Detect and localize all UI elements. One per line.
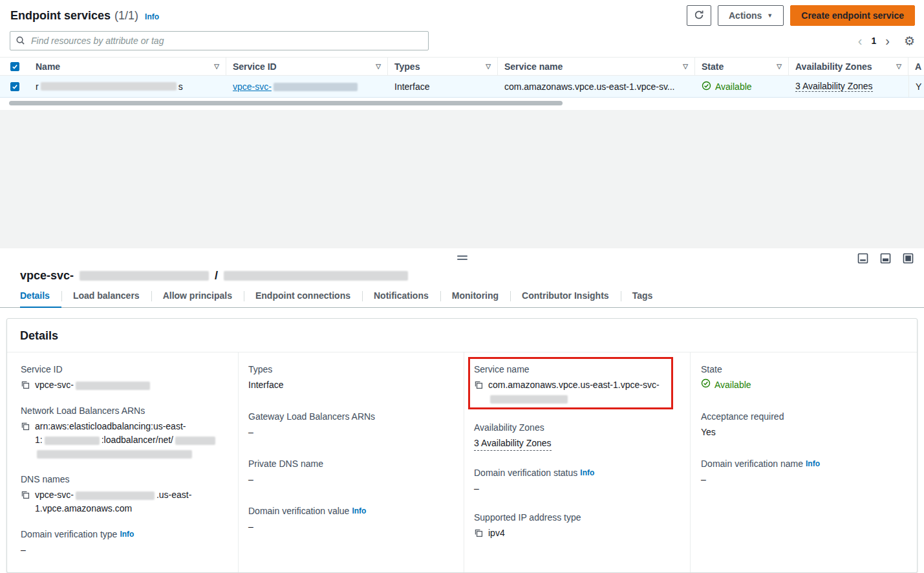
tab-details[interactable]: Details [20,286,61,308]
page-title: Endpoint services (1/1) Info [10,9,159,23]
endpoint-services-screen: Endpoint services (1/1) Info Actions ▼ C… [0,0,924,573]
field-domain-verification-name: Domain verification name Info – [701,459,907,486]
search-box [10,31,429,50]
table-header-row: Name▽ Service ID▽ Types▽ Service name▽ S… [0,57,924,76]
redacted-text [76,382,150,390]
resource-count: (1/1) [114,9,138,23]
dns-names-value: vpce-svc-.us-east- 1.vpce.amazonaws.com [35,488,191,515]
current-page-number[interactable]: 1 [871,36,876,46]
acceptance-required-value: Yes [701,426,907,439]
tab-load-balancers[interactable]: Load balancers [61,286,151,307]
column-header-acceptance[interactable]: A [908,58,924,75]
filter-icon[interactable]: ▽ [896,63,901,70]
column-header-state[interactable]: State▽ [695,58,789,75]
field-domain-verification-type: Domain verification type Info – [21,529,228,557]
row-checkbox[interactable] [10,82,19,91]
field-label: Service name [474,364,680,374]
column-header-service-id[interactable]: Service ID▽ [226,58,388,75]
search-icon [16,36,25,47]
field-acceptance-required: Acceptance required Yes [701,411,907,439]
redacted-text [490,395,568,404]
horizontal-scrollbar-thumb[interactable] [9,101,563,105]
tab-contributor-insights[interactable]: Contributor Insights [510,286,621,307]
column-header-availability-zones[interactable]: Availability Zones▽ [789,58,908,75]
empty-area [0,110,924,248]
field-label: Acceptance required [701,411,907,422]
tab-allow-principals[interactable]: Allow principals [151,286,244,307]
column-header-types[interactable]: Types▽ [388,58,498,75]
row-name-cell: rs [29,76,226,97]
copy-icon[interactable] [21,422,30,431]
info-link[interactable]: Info [580,468,594,477]
copy-icon[interactable] [21,490,30,499]
actions-button[interactable]: Actions ▼ [718,5,784,26]
row-service-id-cell: vpce-svc- [226,76,388,97]
tab-tags[interactable]: Tags [621,286,665,307]
redacted-text [80,271,209,281]
field-label: Availability Zones [474,422,680,433]
info-link[interactable]: Info [120,530,134,539]
pagination: ‹ 1 › ⚙ [858,34,915,49]
copy-icon[interactable] [21,380,30,389]
filter-icon[interactable]: ▽ [214,63,219,70]
table-toolbar: ‹ 1 › ⚙ [0,28,924,57]
panel-position-bottom-icon[interactable] [857,253,868,264]
redacted-text [45,437,100,445]
detail-panel-title: vpce-svc- / [0,269,924,286]
create-endpoint-service-button[interactable]: Create endpoint service [790,5,915,26]
field-label: Types [248,364,454,374]
availability-zones-popover-trigger[interactable]: 3 Availability Zones [474,437,552,451]
supported-ip-value: ipv4 [488,526,505,540]
field-label: Domain verification status [474,468,577,478]
column-header-service-name[interactable]: Service name▽ [498,58,695,75]
title-info-link[interactable]: Info [145,12,159,21]
chevron-down-icon: ▼ [767,13,773,19]
details-card-title: Details [7,319,917,352]
horizontal-scrollbar [5,101,919,107]
redacted-text [76,492,155,500]
preferences-gear-icon[interactable]: ⚙ [904,34,915,49]
copy-icon[interactable] [474,528,483,537]
info-link[interactable]: Info [352,506,366,515]
redacted-text [37,450,192,459]
panel-position-full-icon[interactable] [903,253,914,264]
field-label: Domain verification value [248,506,349,516]
panel-position-half-icon[interactable] [880,253,891,264]
field-supported-ip-address-type: Supported IP address type ipv4 [474,512,680,540]
search-input[interactable] [10,31,429,50]
details-card: Details Service ID vpce-svc- [6,318,918,573]
split-panel-bar [0,248,924,269]
service-id-link[interactable]: vpce-svc- [233,81,360,92]
tab-monitoring[interactable]: Monitoring [440,286,510,307]
details-column-3: Service name com.amazonaws.vpce.us-east-… [464,352,690,572]
tab-notifications[interactable]: Notifications [362,286,440,307]
filter-icon[interactable]: ▽ [376,63,381,70]
field-private-dns-name: Private DNS name – [248,459,454,486]
split-panel-drag-handle[interactable] [457,255,467,262]
state-badge: Available [715,81,752,92]
table-row[interactable]: rs vpce-svc- Interface com.amazonaws.vpc… [0,76,924,98]
field-availability-zones: Availability Zones 3 Availability Zones [474,422,680,451]
filter-icon[interactable]: ▽ [777,63,782,70]
info-link[interactable]: Info [806,459,820,468]
redacted-text [274,83,358,91]
filter-icon[interactable]: ▽ [486,63,491,70]
field-label: Network Load Balancers ARNs [21,405,228,416]
next-page-button[interactable]: › [885,34,890,47]
checkmark-icon [12,63,18,70]
field-label: Supported IP address type [474,512,680,523]
column-header-name[interactable]: Name▽ [29,58,226,75]
availability-zones-popover-trigger[interactable]: 3 Availability Zones [795,81,873,92]
row-availability-zones-cell: 3 Availability Zones [789,76,908,97]
field-label: Private DNS name [248,459,454,469]
select-all-checkbox[interactable] [10,62,19,71]
filter-icon[interactable]: ▽ [683,63,688,70]
row-state-cell: Available [695,76,789,97]
previous-page-button[interactable]: ‹ [858,34,863,47]
field-label: Service ID [21,364,228,374]
tab-endpoint-connections[interactable]: Endpoint connections [244,286,362,307]
row-service-name-cell: com.amazonaws.vpce.us-east-1.vpce-sv... [498,76,695,97]
refresh-button[interactable] [687,5,711,26]
copy-icon[interactable] [474,380,483,389]
field-service-id: Service ID vpce-svc- [21,364,228,392]
